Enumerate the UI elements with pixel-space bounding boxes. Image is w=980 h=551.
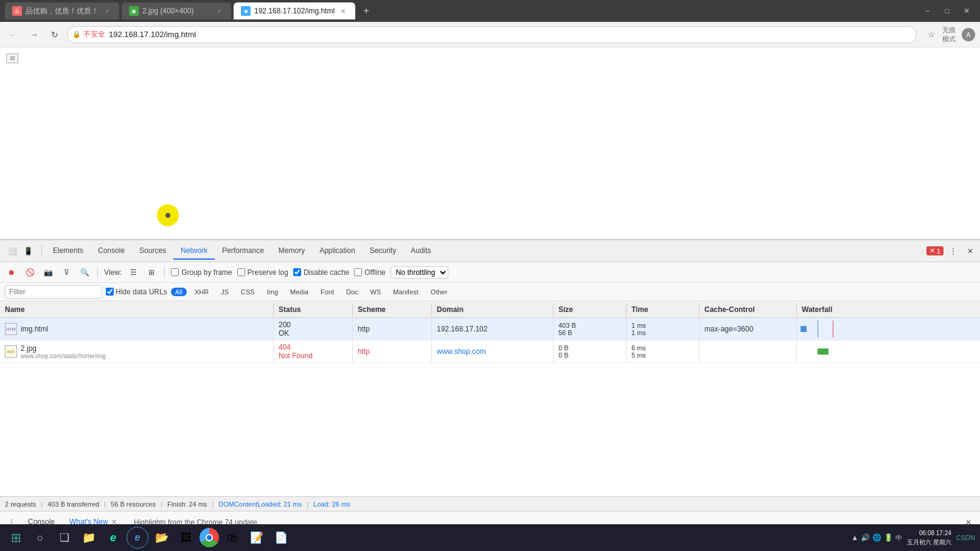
- more-options-icon[interactable]: ⋮: [946, 244, 961, 258]
- group-frame-checkbox[interactable]: [171, 268, 179, 276]
- maximize-button[interactable]: □: [939, 2, 956, 19]
- tab-memory[interactable]: Memory: [271, 243, 312, 260]
- camera-button[interactable]: 📷: [41, 266, 55, 279]
- header-status[interactable]: Status: [274, 303, 353, 316]
- offline-checkbox[interactable]: [354, 268, 362, 276]
- row2-domain[interactable]: www.shop.com: [437, 347, 486, 356]
- tab-2-close[interactable]: ✕: [214, 6, 224, 16]
- battery-icon[interactable]: 🔋: [884, 533, 893, 542]
- header-domain[interactable]: Domain: [432, 303, 554, 316]
- filter-doc-button[interactable]: Doc: [342, 288, 363, 296]
- hide-data-urls-option[interactable]: Hide data URLs: [106, 288, 167, 296]
- header-name[interactable]: Name: [0, 303, 274, 316]
- edge-icon[interactable]: e: [102, 527, 124, 549]
- tab-1[interactable]: 品 品优购，优质！优质！ ✕: [5, 2, 119, 19]
- close-devtools-icon[interactable]: ✕: [963, 244, 978, 258]
- extension-label[interactable]: 无痕模式: [942, 26, 959, 43]
- notepad-icon[interactable]: 📝: [246, 527, 268, 549]
- filter-other-button[interactable]: Other: [426, 288, 452, 296]
- tab-3-close[interactable]: ✕: [338, 6, 348, 16]
- new-tab-button[interactable]: +: [358, 2, 375, 19]
- tab-audits[interactable]: Audits: [403, 243, 438, 260]
- file-explorer-icon[interactable]: 📁: [78, 527, 100, 549]
- broken-image: 🖼: [6, 54, 18, 63]
- tab-2[interactable]: ▣ 2.jpg (400×400) ✕: [122, 2, 231, 19]
- filter-xhr-button[interactable]: XHR: [190, 288, 213, 296]
- expand-tray-icon[interactable]: ▲: [851, 533, 858, 542]
- error-count: 1: [937, 248, 940, 255]
- table-row[interactable]: HTM img.html 200 OK http 192.168.17.102 …: [0, 318, 980, 341]
- search-button[interactable]: 🔍: [78, 266, 91, 279]
- header-waterfall[interactable]: Waterfall: [797, 303, 980, 316]
- tab-performance[interactable]: Performance: [215, 243, 271, 260]
- table-row[interactable]: IMG 2.jpg www.shop.com/static/home/img 4…: [0, 341, 980, 363]
- header-cache-control[interactable]: Cache-Control: [700, 303, 797, 316]
- folder-icon[interactable]: 📂: [151, 527, 173, 549]
- profile-icon[interactable]: A: [962, 28, 975, 41]
- filter-media-button[interactable]: Media: [286, 288, 313, 296]
- header-scheme[interactable]: Scheme: [353, 303, 432, 316]
- bookmark-icon[interactable]: ☆: [923, 26, 940, 43]
- filter-manifest-button[interactable]: Manifest: [389, 288, 423, 296]
- volume-icon[interactable]: 🔊: [861, 533, 870, 542]
- disable-cache-option[interactable]: Disable cache: [293, 268, 349, 277]
- reload-button[interactable]: ↻: [46, 26, 63, 43]
- offline-option[interactable]: Offline: [354, 268, 385, 277]
- clear-button[interactable]: 🚫: [23, 266, 36, 279]
- row2-waterfall-cell: [797, 341, 980, 362]
- back-button[interactable]: ←: [5, 26, 22, 43]
- taskbar-clock[interactable]: 06:08 17:24 五月初六 星期六: [907, 528, 951, 547]
- preserve-log-option[interactable]: Preserve log: [237, 268, 288, 277]
- filter-all-button[interactable]: All: [171, 288, 187, 296]
- tab-3[interactable]: ◉ 192.168.17.102/img.html ✕: [234, 2, 355, 19]
- record-button[interactable]: ⏺: [5, 266, 18, 279]
- disable-cache-checkbox[interactable]: [293, 268, 301, 276]
- tab-security[interactable]: Security: [363, 243, 403, 260]
- load-time-link[interactable]: Load: 26 ms: [313, 501, 350, 508]
- group-frame-option[interactable]: Group by frame: [171, 268, 232, 277]
- filter-input[interactable]: [5, 285, 102, 299]
- device-mode-icon[interactable]: 📱: [21, 244, 35, 258]
- tab-1-title: 品优购，优质！优质！: [26, 6, 99, 16]
- start-menu-icon[interactable]: ⊞: [5, 527, 27, 549]
- tab-elements[interactable]: Elements: [46, 243, 91, 260]
- tab-network[interactable]: Network: [173, 243, 215, 260]
- filter-css-button[interactable]: CSS: [237, 288, 259, 296]
- tab-application[interactable]: Application: [312, 243, 363, 260]
- view-grid-icon[interactable]: ⊞: [145, 266, 158, 279]
- search-icon[interactable]: ○: [29, 527, 51, 549]
- filter-ws-button[interactable]: WS: [366, 288, 386, 296]
- preserve-log-checkbox[interactable]: [237, 268, 245, 276]
- task-view-icon[interactable]: ❑: [54, 527, 75, 549]
- header-time[interactable]: Time: [627, 303, 700, 316]
- tab-2-favicon: ▣: [129, 6, 139, 16]
- throttle-select[interactable]: No throttling: [391, 266, 448, 279]
- header-size[interactable]: Size: [554, 303, 627, 316]
- tab-sources[interactable]: Sources: [132, 243, 173, 260]
- photos-icon[interactable]: 🖼: [175, 527, 197, 549]
- hide-data-urls-checkbox[interactable]: [106, 288, 114, 296]
- pdf-icon[interactable]: 📄: [270, 527, 292, 549]
- ie-icon[interactable]: e: [127, 527, 148, 549]
- forward-button[interactable]: →: [26, 26, 43, 43]
- store-icon[interactable]: 🛍: [221, 527, 243, 549]
- tab-console[interactable]: Console: [91, 243, 132, 260]
- chrome-icon[interactable]: [200, 528, 219, 547]
- filter-img-button[interactable]: Img: [263, 288, 282, 296]
- tab-1-close[interactable]: ✕: [102, 6, 112, 16]
- filter-button[interactable]: ⊽: [60, 266, 73, 279]
- filter-js-button[interactable]: JS: [217, 288, 233, 296]
- input-method-icon[interactable]: 中: [895, 533, 902, 542]
- filter-font-button[interactable]: Font: [316, 288, 338, 296]
- csdn-label[interactable]: CSDN: [956, 534, 975, 541]
- dom-content-loaded-link[interactable]: DOMContentLoaded: 21 ms: [218, 501, 302, 508]
- tab-3-title: 192.168.17.102/img.html: [254, 7, 335, 15]
- inspect-element-icon[interactable]: ⬜: [5, 244, 19, 258]
- group-frame-label: Group by frame: [181, 268, 232, 277]
- row1-status: 200 OK: [279, 321, 291, 338]
- network-icon[interactable]: 🌐: [872, 533, 881, 542]
- close-window-button[interactable]: ✕: [958, 2, 975, 19]
- view-list-icon[interactable]: ☰: [127, 266, 140, 279]
- row1-cache-cell: max-age=3600: [700, 318, 797, 340]
- minimize-button[interactable]: −: [919, 2, 936, 19]
